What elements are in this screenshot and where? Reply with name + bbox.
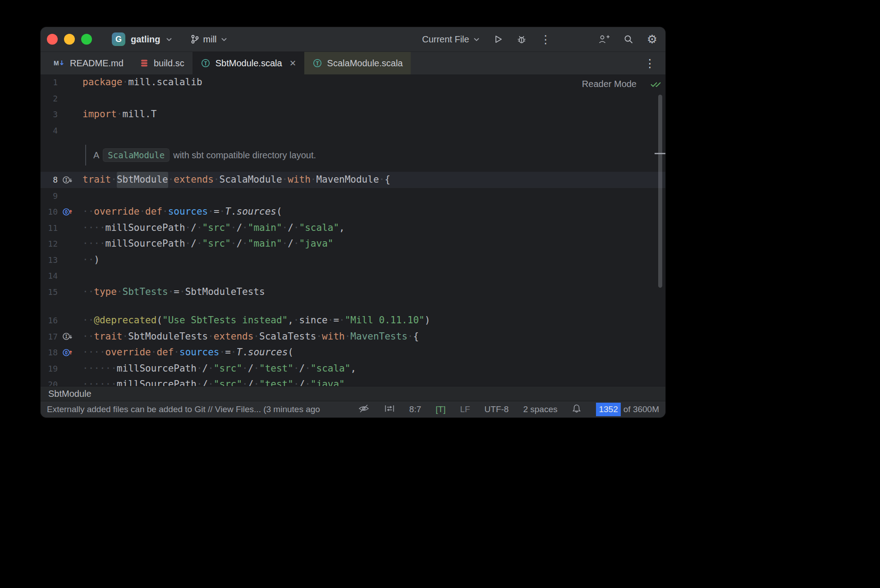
highlighting-level-widget[interactable] <box>358 404 370 415</box>
code-line[interactable]: 19······millSourcePath·/·"src"·/·"test"·… <box>41 361 665 377</box>
code-line[interactable]: 17I··trait·SbtModuleTests·extends·ScalaT… <box>41 329 665 345</box>
implemented-marker-icon[interactable]: I <box>62 331 73 342</box>
line-number: 14 <box>41 268 58 284</box>
tab-scalamodule-scala[interactable]: T ScalaModule.scala <box>304 52 411 74</box>
memory-indicator[interactable]: 1352 of 3600M <box>596 403 659 416</box>
line-number: 11 <box>41 220 58 236</box>
code-line[interactable]: 18O····override·def·sources·=·T.sources( <box>41 345 665 361</box>
tab-readme-md[interactable]: M README.md <box>45 52 132 74</box>
markdown-icon: M <box>53 59 65 67</box>
breadcrumb-item[interactable]: SbtModule <box>48 389 92 399</box>
tab-sbtmodule-scala[interactable]: T SbtModule.scala × <box>192 52 304 74</box>
scroll-stripe-mark <box>655 153 665 154</box>
inline-code-badge: ScalaModule <box>103 148 170 162</box>
code-area: 1package·mill.scalalib23import·mill.T4AS… <box>41 74 665 386</box>
line-number: 15 <box>41 284 58 300</box>
gutter <box>58 377 82 386</box>
git-branch-icon <box>190 34 199 44</box>
tab-label: README.md <box>70 58 124 69</box>
gutter <box>58 123 82 139</box>
svg-text:T: T <box>204 60 207 67</box>
code-line[interactable]: 16··@deprecated("Use SbtTests instead",·… <box>41 312 665 329</box>
code-line[interactable]: 13··) <box>41 252 665 268</box>
gutter <box>58 220 82 236</box>
line-number: 13 <box>41 252 58 268</box>
close-tab-icon[interactable]: × <box>290 58 296 69</box>
gutter <box>58 252 82 268</box>
svg-text:O: O <box>65 350 68 355</box>
inspections-ok-icon[interactable] <box>650 80 662 90</box>
chevron-down-icon <box>166 37 172 41</box>
code-line[interactable]: 11····millSourcePath·/·"src"·/·"main"·/·… <box>41 220 665 236</box>
gear-icon: ⚙ <box>647 33 657 45</box>
gutter <box>58 312 82 329</box>
reader-mode-label[interactable]: Reader Mode <box>582 79 637 89</box>
run-button[interactable] <box>493 34 503 44</box>
notifications-widget[interactable] <box>572 404 582 416</box>
editor-tab-bar: M README.md build.sc T SbtModule.scala ×… <box>41 52 665 74</box>
code-line[interactable]: 1package·mill.scalalib <box>41 74 665 91</box>
gutter <box>58 268 82 284</box>
settings-button[interactable]: ⚙ <box>647 33 657 45</box>
scala-trait-icon: T <box>312 58 322 68</box>
code-line[interactable]: 3import·mill.T <box>41 106 665 123</box>
indent-widget[interactable]: 2 spaces <box>523 404 557 414</box>
line-number: 20 <box>41 377 58 386</box>
caret-position-widget[interactable]: 8:7 <box>409 404 421 414</box>
t-indicator-widget[interactable]: [T] <box>435 404 445 414</box>
gutter <box>58 91 82 107</box>
zoom-window-button[interactable] <box>81 34 92 45</box>
line-number: 16 <box>41 312 58 329</box>
tab-build-sc[interactable]: build.sc <box>132 52 192 74</box>
build-sc-icon <box>140 59 149 68</box>
gutter: I <box>58 172 82 188</box>
gutter: O <box>58 345 82 361</box>
svg-text:O: O <box>65 210 68 215</box>
kebab-icon: ⋮ <box>540 34 551 45</box>
chevron-down-icon <box>221 37 227 41</box>
run-configuration-selector[interactable]: Current File <box>422 34 479 45</box>
search-everywhere-button[interactable] <box>623 34 633 44</box>
overrides-marker-icon[interactable]: O <box>62 347 73 358</box>
code-line[interactable]: 4 <box>41 123 665 139</box>
gutter <box>58 361 82 377</box>
tab-label: ScalaModule.scala <box>327 58 403 69</box>
code-line[interactable]: 8Itrait·SbtModule·extends·ScalaModule·wi… <box>41 172 665 188</box>
editor-scrollbar[interactable] <box>658 95 662 288</box>
minimize-window-button[interactable] <box>64 34 75 45</box>
line-separator-widget[interactable]: LF <box>460 404 470 414</box>
more-actions-button[interactable]: ⋮ <box>540 34 551 45</box>
svg-text:T: T <box>316 60 319 67</box>
line-number: 8 <box>41 172 58 188</box>
close-window-button[interactable] <box>47 34 58 45</box>
code-line[interactable]: 12····millSourcePath·/·"src"·/·"main"·/·… <box>41 236 665 252</box>
bell-icon <box>572 404 582 413</box>
code-with-me-button[interactable] <box>598 34 610 44</box>
window-controls <box>47 34 92 45</box>
gutter <box>58 106 82 123</box>
overrides-marker-icon[interactable]: O <box>62 207 73 217</box>
tab-options-button[interactable]: ⋮ <box>634 52 665 74</box>
code-line[interactable]: 15··type·SbtTests·=·SbtModuleTests <box>41 284 665 300</box>
sync-widget[interactable] <box>384 404 395 415</box>
code-line[interactable]: 10O··override·def·sources·=·T.sources( <box>41 204 665 220</box>
project-widget[interactable]: G gatling <box>112 32 172 46</box>
gutter: O <box>58 204 82 220</box>
gutter <box>58 188 82 204</box>
debug-button[interactable] <box>517 34 527 44</box>
code-line[interactable]: 20······millSourcePath·/·"src"·/·"test"·… <box>41 377 665 386</box>
code-line[interactable]: 2 <box>41 91 665 107</box>
line-number: 4 <box>41 123 58 139</box>
add-user-icon <box>598 34 610 44</box>
editor[interactable]: 1package·mill.scalalib23import·mill.T4AS… <box>41 74 665 386</box>
git-branch-widget[interactable]: mill <box>190 34 227 45</box>
tab-label: SbtModule.scala <box>215 58 282 69</box>
code-line[interactable]: 14 <box>41 268 665 284</box>
svg-text:I: I <box>65 334 68 339</box>
implemented-marker-icon[interactable]: I <box>62 175 73 185</box>
ide-window: G gatling mill Current File ⋮ ⚙ <box>41 27 665 418</box>
gutter <box>58 74 82 91</box>
encoding-widget[interactable]: UTF-8 <box>485 404 509 414</box>
code-line[interactable]: 9 <box>41 188 665 204</box>
line-number: 19 <box>41 361 58 377</box>
